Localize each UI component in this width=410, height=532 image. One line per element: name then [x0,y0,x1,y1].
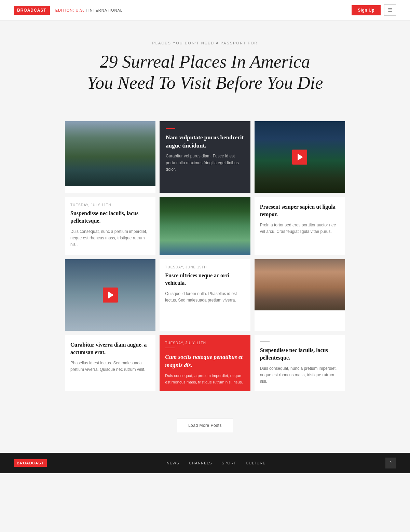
header-left: BROADCAST EDITION: U.S. | INTERNATIONAL [14,6,123,15]
card2-title: Nam vulputate purus hendrerit augue tinc… [166,134,244,150]
card7-title: Suspendisse nec iaculis, lacus pellentes… [260,347,340,362]
hamburger-icon: ☰ [388,7,393,13]
main-content: TUESDAY, JULY 11TH Suspendisse nec iacul… [51,121,359,453]
card1-title: Suspendisse nec iaculis, lacus pellentes… [70,210,150,225]
card6-title: Cum sociis natoque penatibus et magnis d… [165,353,245,369]
hero-subtitle: PLACES YOU DON'T NEED A PASSPORT FOR [14,41,396,45]
card2-body: Curabitur vel purus diam. Fusce id est p… [166,153,244,173]
card-landscape-video[interactable] [65,259,155,331]
tree-video-overlay [255,121,345,193]
footer-nav: NEWS CHANNELS SPORT CULTURE [167,461,266,465]
footer-logo[interactable]: BROADCAST [14,459,47,467]
card3-body: Quisque id lorem nulla. Phasellus id est… [165,291,245,304]
card6-accent [165,348,175,348]
tree-play-button[interactable] [292,150,307,165]
header-logo[interactable]: BROADCAST [14,6,50,15]
card-mountains-img[interactable] [65,121,155,193]
card6-date: TUESDAY, JULY 11TH [165,341,245,345]
card1-body: Duis consequat, nunc a pretium imperdiet… [70,228,150,248]
signup-button[interactable]: Sign Up [352,5,381,15]
card4-body: Proin a tortor sed eros porttitor auctor… [260,222,340,235]
card-praesent-text[interactable]: Praesent semper sapien ut ligula tempor.… [255,197,345,255]
card4-title: Praesent semper sapien ut ligula tempor. [260,203,340,219]
play-button[interactable] [103,288,118,303]
card7-body: Duis consequat, nunc a pretium imperdiet… [260,365,340,385]
card-grid: TUESDAY, JULY 11TH Suspendisse nec iacul… [58,121,352,391]
card2-accent [166,128,175,129]
card-red[interactable]: TUESDAY, JULY 11TH Cum sociis natoque pe… [160,335,250,391]
hero-section: PLACES YOU DON'T NEED A PASSPORT FOR 29 … [0,20,410,108]
card-mountain-red-img[interactable] [255,259,345,331]
card-viverra-text[interactable]: Curabitur viverra diam augue, a accumsan… [65,335,155,391]
card-tree-video[interactable] [255,121,345,193]
menu-button[interactable]: ☰ [384,4,396,16]
load-more-section: Load More Posts [58,412,352,453]
footer-nav-news[interactable]: NEWS [167,461,179,465]
card-mountains-text[interactable]: TUESDAY, JULY 11TH Suspendisse nec iacul… [65,197,155,255]
footer-nav-channels[interactable]: CHANNELS [189,461,212,465]
footer: BROADCAST NEWS CHANNELS SPORT CULTURE ⌃ [0,453,410,473]
card-waterfall[interactable] [160,197,250,255]
card-dark-text[interactable]: Nam vulputate purus hendrerit augue tinc… [160,121,250,193]
edition-sep: | [86,8,88,12]
card6-body: Duis consequat, a pretium imperdiet, neq… [165,373,245,385]
card1-date: TUESDAY, JULY 11TH [70,203,150,207]
scroll-top-button[interactable]: ⌃ [385,458,396,468]
card-suspendisse-bottom-text[interactable]: Suspendisse nec iaculis, lacus pellentes… [255,335,345,391]
video-overlay [65,259,155,331]
header: BROADCAST EDITION: U.S. | INTERNATIONAL … [0,0,410,20]
edition-label: EDITION: [55,8,76,12]
card5-title: Curabitur viverra diam augue, a accumsan… [70,341,150,356]
footer-nav-sport[interactable]: SPORT [222,461,236,465]
card-fusce-text[interactable]: TUESDAY, JUNE 15TH Fusce ultrices neque … [160,259,250,331]
load-more-button[interactable]: Load More Posts [177,419,233,432]
edition-us[interactable]: U.S. [76,8,84,12]
hero-title: 29 Surreal Places In America You Need To… [85,51,325,94]
edition-intl[interactable]: INTERNATIONAL [88,8,123,12]
footer-nav-culture[interactable]: CULTURE [246,461,265,465]
card5-body: Phasellus id est lectus. Sed malesuada p… [70,360,150,373]
card7-accent [260,341,270,342]
header-right: Sign Up ☰ [352,4,396,16]
edition-text: EDITION: U.S. | INTERNATIONAL [55,8,123,12]
card3-date: TUESDAY, JUNE 15TH [165,265,245,269]
chevron-up-icon: ⌃ [389,460,393,466]
card3-title: Fusce ultrices neque ac orci vehicula. [165,272,245,287]
